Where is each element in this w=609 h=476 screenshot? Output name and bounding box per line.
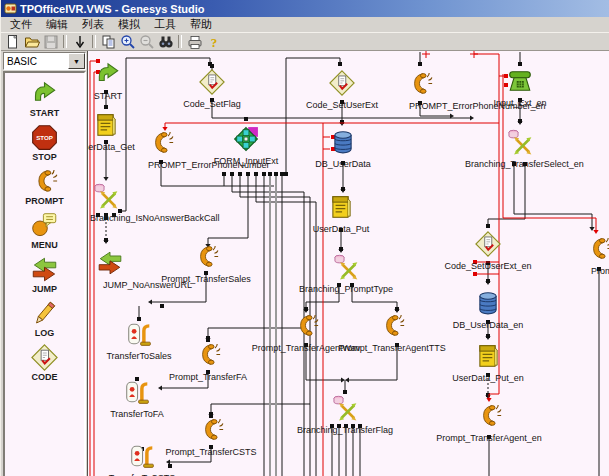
node-label: Branching_TransferFlag: [290, 425, 400, 435]
node-prompt-transferagenttts[interactable]: Prompt_TransferAgentTTS: [337, 313, 447, 353]
palette-item-stop[interactable]: STOPSTOP: [31, 124, 58, 162]
palette-item-label: STOP: [32, 152, 56, 162]
palette-item-label: CODE: [31, 372, 57, 382]
palette-item-label: MENU: [31, 240, 58, 250]
node-label: FORM_InputExt: [191, 156, 301, 166]
zoom-in-icon[interactable]: [118, 34, 137, 49]
menu-item-4[interactable]: 工具: [147, 17, 183, 32]
node-prompt-transfersales[interactable]: Prompt_TransferSales: [151, 244, 261, 284]
node-label: START: [87, 91, 163, 101]
toolbar-separator: [92, 35, 96, 48]
transfer-icon: [129, 443, 155, 469]
start-icon: [95, 61, 121, 87]
node-label: Prompt_: [544, 266, 609, 276]
prompt-icon: [476, 403, 502, 429]
node-prompt-errorphonenumber-en[interactable]: PROMPT_ErrorPhoneNumber_en: [365, 71, 475, 111]
window-title: TPOfficeIVR.VWS - Genesys Studio: [20, 3, 205, 15]
find-icon[interactable]: [156, 34, 175, 49]
palette-item-menu[interactable]: MENU: [31, 212, 58, 250]
node-label: UserData_Put: [286, 224, 396, 234]
prompt-icon: [407, 71, 433, 97]
palette-item-label: JUMP: [32, 284, 57, 294]
menu-item-1[interactable]: 编辑: [39, 17, 75, 32]
code-icon: [329, 70, 355, 96]
node-userdata-put-en[interactable]: UserData_Put_en: [433, 343, 543, 383]
prompt-icon: [198, 417, 224, 443]
palette-item-label: START: [30, 108, 59, 118]
prompt-icon: [586, 236, 609, 262]
jump-icon: [31, 256, 58, 283]
form-icon: [233, 126, 259, 152]
palette-item-start[interactable]: START: [30, 80, 59, 118]
node-branching-transferselect-en[interactable]: Branching_TransferSelect_en: [465, 129, 575, 169]
node-label: PROMPT_ErrorPhoneNumber_en: [365, 101, 475, 111]
node-label: Branching_TransferSelect_en: [465, 159, 575, 169]
app-window: TPOfficeIVR.VWS - Genesys Studio 文件编辑列表模…: [0, 0, 609, 476]
node-start[interactable]: START: [87, 61, 163, 101]
title-bar[interactable]: TPOfficeIVR.VWS - Genesys Studio: [1, 0, 609, 17]
code-icon: [199, 69, 225, 95]
node-form-inputext[interactable]: FORM_InputExt: [191, 126, 301, 166]
menu-item-3[interactable]: 模拟: [111, 17, 147, 32]
node-prompt-transferagent-en[interactable]: Prompt_TransferAgent_en: [434, 403, 544, 443]
prompt-icon: [148, 130, 174, 156]
node-db-userdata[interactable]: DB_UserData: [288, 129, 398, 169]
zoom-out-icon[interactable]: [137, 34, 156, 49]
node-label: Branching_PromptType: [291, 284, 401, 294]
log-icon: [31, 300, 58, 327]
node-branching-prompttype[interactable]: Branching_PromptType: [291, 254, 401, 294]
palette-category-select[interactable]: BASIC ▼: [3, 52, 86, 70]
app-icon: [4, 2, 17, 15]
down-arrow-icon[interactable]: [70, 34, 89, 49]
toolbar-group-3: ?: [185, 34, 223, 49]
node-prompt-transferfa[interactable]: Prompt_TransferFA: [153, 342, 263, 382]
menu-item-2[interactable]: 列表: [75, 17, 111, 32]
main-content: BASIC ▼ STARTSTOPSTOPPROMPTMENUJUMPLOGCO…: [1, 51, 609, 476]
node-userdata-put[interactable]: UserData_Put: [286, 194, 396, 234]
copy-icon[interactable]: [99, 34, 118, 49]
node-input-ext-en[interactable]: Input_Ext_en: [465, 68, 575, 108]
start-icon: [31, 80, 58, 107]
node-label: Prompt_TransferAgentTTS: [337, 343, 447, 353]
node-branching-transferflag[interactable]: Branching_TransferFlag: [290, 395, 400, 435]
stop-icon: STOP: [31, 124, 58, 151]
node-prompt-truncated[interactable]: Prompt_: [544, 236, 609, 276]
prompt-icon: [379, 313, 405, 339]
toolbar-group-2: [99, 34, 175, 49]
menu-item-0[interactable]: 文件: [3, 17, 39, 32]
node-label: UserData_Put_en: [433, 373, 543, 383]
palette-item-prompt[interactable]: PROMPT: [25, 168, 64, 206]
palette-item-label: LOG: [35, 328, 55, 338]
node-db-userdata-en[interactable]: DB_UserData_en: [433, 290, 543, 330]
palette-item-jump[interactable]: JUMP: [31, 256, 58, 294]
combo-dropdown-button[interactable]: ▼: [68, 53, 85, 69]
new-file-icon[interactable]: [3, 34, 22, 49]
node-transfertocsts[interactable]: TransferToCSTS: [87, 443, 197, 476]
node-label: DB_UserData: [288, 159, 398, 169]
db-icon: [475, 290, 501, 316]
toolbar-group-1: [70, 34, 89, 49]
save-icon[interactable]: [41, 34, 60, 49]
branch-icon: [93, 183, 119, 209]
palette-panel: BASIC ▼ STARTSTOPSTOPPROMPTMENUJUMPLOGCO…: [1, 51, 87, 476]
help-icon[interactable]: ?: [204, 34, 223, 49]
db-icon: [330, 129, 356, 155]
svg-text:STOP: STOP: [36, 134, 53, 141]
node-transfertofa[interactable]: TransferToFA: [87, 379, 192, 419]
print-icon[interactable]: [185, 34, 204, 49]
transfer-icon: [126, 321, 152, 347]
palette-item-code[interactable]: CODE: [31, 344, 58, 382]
node-code-setflag[interactable]: Code_SetFlag: [157, 69, 267, 109]
toolbar-separator: [178, 35, 182, 48]
node-label: Branching_IsNoAnswerBackCall: [87, 213, 161, 223]
node-code-setuserext-en[interactable]: Code_SetUserExt_en: [433, 231, 543, 271]
flow-canvas[interactable]: STARTCode_SetFlagUserData_GetPROMPT_Erro…: [87, 51, 609, 476]
prompt-icon: [195, 342, 221, 368]
node-branching-isnoanswerbackcall[interactable]: Branching_IsNoAnswerBackCall: [87, 183, 161, 223]
palette-item-log[interactable]: LOG: [31, 300, 58, 338]
menu-item-5[interactable]: 帮助: [183, 17, 219, 32]
node-label: DB_UserData_en: [433, 320, 543, 330]
branch-icon: [332, 395, 358, 421]
open-file-icon[interactable]: [22, 34, 41, 49]
transfer-icon: [124, 379, 150, 405]
